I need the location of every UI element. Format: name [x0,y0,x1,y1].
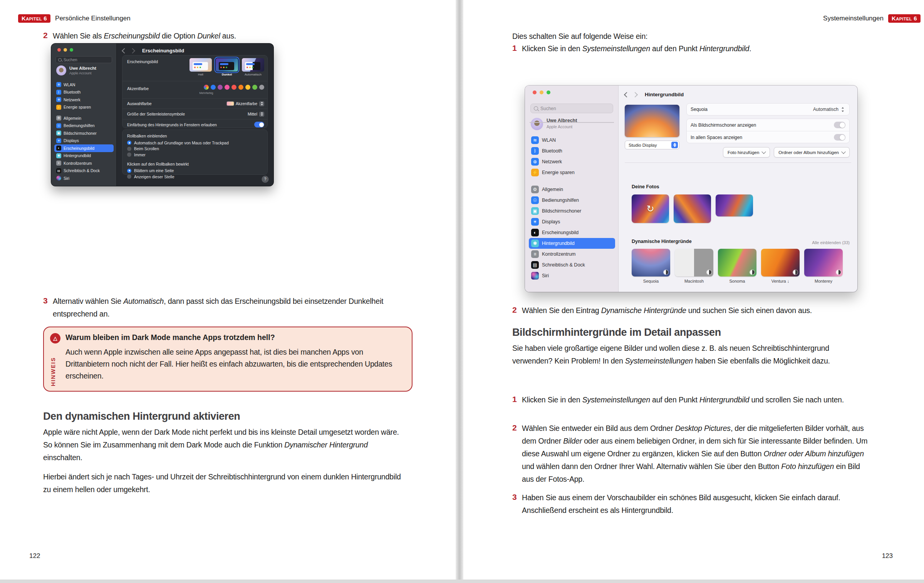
accent-multicolor-swatch[interactable] [204,85,209,90]
photo-thumbnail[interactable] [674,194,711,223]
sidebar-item-displays[interactable]: ☀Displays [54,137,114,145]
icon-size-dropdown[interactable]: Mittel [248,112,264,117]
accent-red-swatch[interactable] [231,85,236,90]
avatar[interactable] [56,65,66,75]
sidebar-item-kontrollzentrum[interactable]: ≡Kontrollzentrum [529,249,615,260]
dynamic-wallpaper-sonoma[interactable]: Sonoma [718,249,756,283]
sidebar-item-kontrollzentrum[interactable]: ≡Kontrollzentrum [54,159,114,167]
wallpaper-thumbnail[interactable] [632,249,670,276]
zoom-icon[interactable] [70,48,73,52]
radio-option[interactable]: Beim Scrollen [127,146,263,152]
back-icon[interactable] [624,92,629,97]
dynamic-wallpaper-ventura[interactable]: Ventura ↓ [761,249,800,283]
dunkel-thumbnail[interactable] [216,58,238,72]
search-icon [534,106,538,111]
radio-icon[interactable] [127,147,131,151]
radio-icon[interactable] [127,152,131,157]
sidebar-item-bildschirmschoner[interactable]: ▣Bildschirmschoner [54,129,114,137]
accent-pink-swatch[interactable] [225,85,230,90]
close-icon[interactable] [533,90,537,94]
dynamic-wallpaper-monterey[interactable]: Monterey [804,249,843,283]
minimize-icon[interactable] [64,48,67,52]
spaces-toggle-off[interactable] [834,134,845,141]
sidebar-item-allgemein[interactable]: ⚙Allgemein [529,184,615,195]
forward-icon[interactable] [130,48,135,53]
radio-option[interactable]: Automatisch auf Grundlage von Maus oder … [127,140,263,146]
globe-icon: ⊕ [531,158,539,166]
sidebar-item-energie[interactable]: ⚡Energie sparen [54,104,114,111]
accent-gray-swatch[interactable] [259,85,264,90]
appearance-option-hell[interactable]: Hell [189,58,212,76]
radio-selected-icon[interactable] [127,169,131,173]
close-icon[interactable] [57,48,61,52]
radio-option[interactable]: Immer [127,152,263,158]
appearance-option-dunkel[interactable]: Dunkel [216,58,238,76]
sidebar-item-erscheinungsbild[interactable]: ◐Erscheinungsbild [54,144,114,152]
photo-thumbnail[interactable] [716,194,753,216]
accent-blue-swatch[interactable] [211,85,216,90]
sidebar-item-schreibtisch-dock[interactable]: ▤Schreibtisch & Dock [529,260,615,270]
sidebar-item-erscheinungsbild[interactable]: ◐Erscheinungsbild [529,227,615,238]
sidebar-item-bluetooth[interactable]: ᛒBluetooth [54,89,114,96]
scrollbar-card: Rollbalken einblenden Automatisch auf Gr… [122,129,268,175]
wallpaper-thumbnail[interactable] [761,249,800,276]
scroll-click-label: Klicken auf den Rollbalken bewirkt [127,162,263,166]
sidebar-item-bluetooth[interactable]: ᛒBluetooth [529,146,615,156]
hell-thumbnail[interactable] [189,58,212,72]
stepper-icon[interactable] [671,142,678,148]
automatisch-thumbnail[interactable] [242,58,264,72]
radio-selected-icon[interactable] [127,141,131,145]
sidebar-item-allgemein[interactable]: ⚙Allgemein [54,114,114,122]
sidebar-item-netzwerk[interactable]: ⊕Netzwerk [529,156,615,167]
sidebar-item-displays[interactable]: ☀Displays [529,216,615,227]
sidebar-item-label: Schreibtisch & Dock [542,262,585,268]
sidebar-item-schreibtisch-dock[interactable]: ▤Schreibtisch & Dock [54,167,114,175]
minimize-icon[interactable] [540,90,543,94]
search-input[interactable]: Suchen [530,104,613,113]
stepper-icon[interactable] [259,101,264,106]
user-account: Apple Account [69,71,92,75]
sidebar-item-siri[interactable]: Siri [54,174,114,182]
radio-option[interactable]: Anzeigen dieser Stelle [127,174,263,180]
stepper-icon[interactable] [841,107,845,112]
wallpaper-thumbnail[interactable] [675,249,713,276]
radio-option[interactable]: Blättern um eine Seite [127,168,263,174]
radio-icon[interactable] [127,174,131,179]
sidebar-item-hintergrundbild[interactable]: ✽Hintergrundbild [54,152,114,160]
add-photo-button[interactable]: Foto hinzufügen [723,147,770,157]
dynamic-wallpaper-macintosh[interactable]: Macintosh [675,249,713,283]
dynamic-wallpaper-sequoia[interactable]: Sequoia [632,249,670,283]
sidebar-item-energie[interactable]: ⚡Energie sparen [529,167,615,178]
sidebar-item-bedienungshilfen[interactable]: ☉Bedienungshilfen [529,195,615,206]
sidebar-item-siri[interactable]: Siri [529,270,615,281]
accent-orange-swatch[interactable] [238,85,243,90]
accessibility-icon: ☉ [531,196,539,204]
back-icon[interactable] [122,48,127,53]
search-input[interactable]: Suchen [55,56,112,63]
wallpaper-thumbnail[interactable] [804,249,843,276]
sidebar-item-netzwerk[interactable]: ⊕Netzwerk [54,96,114,104]
forward-icon[interactable] [632,92,638,97]
appearance-option-automatisch[interactable]: Automatisch [242,58,264,76]
sidebar-item-hintergrundbild[interactable]: ✽Hintergrundbild [529,238,615,249]
accent-purple-swatch[interactable] [218,85,223,90]
sidebar-item-wlan[interactable]: ≋WLAN [54,81,114,89]
selection-dropdown[interactable]: Akzentfarbe [227,101,264,106]
wallpaper-thumbnail[interactable] [718,249,756,276]
wallpaper-mode-dropdown[interactable]: Automatisch [813,107,845,112]
accent-green-swatch[interactable] [252,85,257,90]
tint-toggle-on[interactable] [254,122,264,127]
add-folder-album-button[interactable]: Ordner oder Album hinzufügen [774,147,850,157]
sidebar-item-wlan[interactable]: ≋WLAN [529,135,615,146]
photo-thumbnail[interactable]: ↻ [632,194,669,223]
zoom-icon[interactable] [547,90,550,94]
stepper-icon[interactable] [259,112,264,117]
help-button[interactable]: ? [262,176,268,183]
sidebar-item-bedienungshilfen[interactable]: ☉Bedienungshilfen [54,122,114,130]
sidebar-item-bildschirmschoner[interactable]: ▣Bildschirmschoner [529,206,615,216]
avatar[interactable] [531,118,543,130]
show-all-link[interactable]: Alle einblenden (33) [812,240,850,245]
display-selector[interactable]: Studio Display [625,141,679,149]
screensaver-toggle-off[interactable] [834,122,845,128]
accent-yellow-swatch[interactable] [245,85,250,90]
